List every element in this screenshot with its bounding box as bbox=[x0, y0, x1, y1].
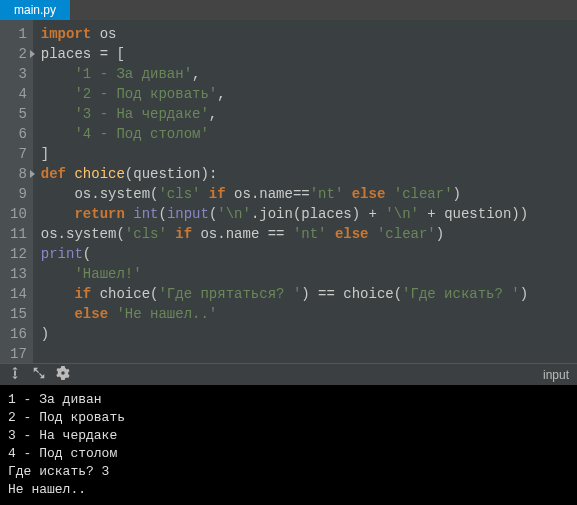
code-line[interactable]: ) bbox=[41, 324, 569, 344]
token-sp bbox=[41, 126, 75, 142]
token-kw: if bbox=[209, 186, 226, 202]
code-line[interactable]: return int(input('\n'.join(places) + '\n… bbox=[41, 204, 569, 224]
line-number: 8 bbox=[10, 164, 27, 184]
token-kw: return bbox=[74, 206, 124, 222]
token-bi: print bbox=[41, 246, 83, 262]
line-number: 12 bbox=[10, 244, 27, 264]
token-str: '\n' bbox=[385, 206, 419, 222]
token-op: ] bbox=[41, 146, 49, 162]
token-kw: def bbox=[41, 166, 66, 182]
settings-icon[interactable] bbox=[56, 366, 70, 383]
line-number: 5 bbox=[10, 104, 27, 124]
token-id: ) == choice( bbox=[301, 286, 402, 302]
token-str: '2 - Под кровать' bbox=[74, 86, 217, 102]
line-number: 13 bbox=[10, 264, 27, 284]
code-line[interactable]: '4 - Под столом' bbox=[41, 124, 569, 144]
token-bi: input bbox=[167, 206, 209, 222]
token-op: ) bbox=[453, 186, 461, 202]
line-number: 2 bbox=[10, 44, 27, 64]
code-line[interactable]: def choice(question): bbox=[41, 164, 569, 184]
line-number: 7 bbox=[10, 144, 27, 164]
token-sp bbox=[125, 206, 133, 222]
token-str: '3 - На чердаке' bbox=[74, 106, 208, 122]
code-line[interactable]: ] bbox=[41, 144, 569, 164]
token-sp bbox=[41, 266, 75, 282]
token-id: join(places) + bbox=[259, 206, 385, 222]
token-op: ) bbox=[436, 226, 444, 242]
code-line[interactable]: else 'Не нашел..' bbox=[41, 304, 569, 324]
terminal-label: input bbox=[543, 368, 569, 382]
token-id: + question)) bbox=[419, 206, 528, 222]
token-str: 'Где прятаться? ' bbox=[158, 286, 301, 302]
line-number: 14 bbox=[10, 284, 27, 304]
line-number: 15 bbox=[10, 304, 27, 324]
code-line[interactable] bbox=[41, 344, 569, 363]
token-str: 'nt' bbox=[293, 226, 327, 242]
token-str: 'Не нашел..' bbox=[116, 306, 217, 322]
token-id: os.system( bbox=[41, 226, 125, 242]
code-content[interactable]: import osplaces = [ '1 - За диван', '2 -… bbox=[33, 20, 577, 363]
token-sp bbox=[41, 66, 75, 82]
line-number: 17 bbox=[10, 344, 27, 363]
token-str: '\n' bbox=[217, 206, 251, 222]
token-op: , bbox=[217, 86, 225, 102]
terminal-output[interactable]: 1 - За диван 2 - Под кровать 3 - На черд… bbox=[0, 385, 577, 505]
token-kw: else bbox=[74, 306, 108, 322]
code-line[interactable]: places = [ bbox=[41, 44, 569, 64]
code-line[interactable]: os.system('cls' if os.name=='nt' else 'c… bbox=[41, 184, 569, 204]
token-sp bbox=[91, 286, 99, 302]
token-sp bbox=[91, 26, 99, 42]
token-str: 'cls' bbox=[158, 186, 200, 202]
token-id: os bbox=[100, 26, 117, 42]
token-sp bbox=[369, 226, 377, 242]
token-sp bbox=[226, 186, 234, 202]
line-number: 1 bbox=[10, 24, 27, 44]
token-str: 'Где искать? ' bbox=[402, 286, 520, 302]
line-number: 9 bbox=[10, 184, 27, 204]
expand-vertical-icon[interactable] bbox=[8, 366, 22, 383]
token-str: '1 - За диван' bbox=[74, 66, 192, 82]
terminal-toolbar: input bbox=[0, 363, 577, 385]
token-fn: choice bbox=[74, 166, 124, 182]
token-sp bbox=[167, 226, 175, 242]
token-str: 'nt' bbox=[310, 186, 344, 202]
line-number: 11 bbox=[10, 224, 27, 244]
code-line[interactable]: print( bbox=[41, 244, 569, 264]
token-op: = [ bbox=[100, 46, 125, 62]
token-op: , bbox=[209, 106, 217, 122]
code-editor[interactable]: 1 2 3 4 5 6 7 8 91011121314151617 import… bbox=[0, 20, 577, 363]
token-kw: else bbox=[335, 226, 369, 242]
code-line[interactable]: 'Нашел!' bbox=[41, 264, 569, 284]
token-sp bbox=[41, 206, 75, 222]
token-id: choice( bbox=[100, 286, 159, 302]
token-op: ): bbox=[200, 166, 217, 182]
token-id: places bbox=[41, 46, 100, 62]
code-line[interactable]: if choice('Где прятаться? ') == choice('… bbox=[41, 284, 569, 304]
token-bi: int bbox=[133, 206, 158, 222]
token-id: os.system( bbox=[74, 186, 158, 202]
token-str: 'clear' bbox=[394, 186, 453, 202]
code-line[interactable]: '2 - Под кровать', bbox=[41, 84, 569, 104]
code-line[interactable]: os.system('cls' if os.name == 'nt' else … bbox=[41, 224, 569, 244]
token-id: os.name == bbox=[200, 226, 292, 242]
code-line[interactable]: '3 - На чердаке', bbox=[41, 104, 569, 124]
line-number: 10 bbox=[10, 204, 27, 224]
token-op: ( bbox=[125, 166, 133, 182]
line-number: 16 bbox=[10, 324, 27, 344]
token-op: ( bbox=[158, 206, 166, 222]
code-line[interactable]: '1 - За диван', bbox=[41, 64, 569, 84]
token-op: , bbox=[192, 66, 200, 82]
token-sp bbox=[343, 186, 351, 202]
token-id: os.name== bbox=[234, 186, 310, 202]
tab-main-py[interactable]: main.py bbox=[0, 0, 70, 20]
line-number: 6 bbox=[10, 124, 27, 144]
token-op: ( bbox=[83, 246, 91, 262]
token-str: 'cls' bbox=[125, 226, 167, 242]
token-kw: if bbox=[175, 226, 192, 242]
expand-diagonal-icon[interactable] bbox=[32, 366, 46, 383]
token-sp bbox=[41, 306, 75, 322]
code-line[interactable]: import os bbox=[41, 24, 569, 44]
token-op: ) bbox=[41, 326, 49, 342]
line-number: 3 bbox=[10, 64, 27, 84]
token-kw: import bbox=[41, 26, 91, 42]
